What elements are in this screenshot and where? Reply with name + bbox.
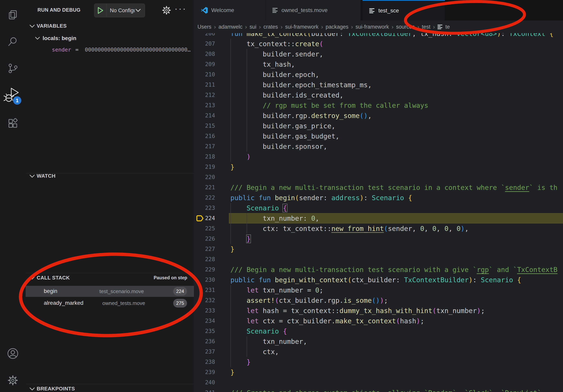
breadcrumb-file[interactable]: te xyxy=(437,24,450,30)
code-line[interactable]: 225 ctx: tx_context::new_from_hint(sende… xyxy=(194,223,563,234)
code-line[interactable]: 236 txn_number, xyxy=(194,336,563,347)
breadcrumb-item[interactable]: crates xyxy=(264,24,278,30)
line-number[interactable]: 220 xyxy=(194,172,215,182)
code-line[interactable]: 215 builder.gas_price, xyxy=(194,121,563,131)
line-number[interactable]: 225 xyxy=(194,223,215,234)
explorer-icon[interactable] xyxy=(0,4,26,26)
watch-section-header[interactable]: WATCH xyxy=(26,172,194,182)
tab-test-scenario[interactable]: test_sce xyxy=(363,0,445,21)
line-number[interactable]: 221 xyxy=(194,182,215,193)
run-and-debug-icon[interactable]: 1 xyxy=(0,85,26,107)
code-line[interactable]: 226 } xyxy=(194,234,563,244)
stack-frame-row[interactable]: begin test_scenario.move 224 xyxy=(26,286,194,297)
variables-section-header[interactable]: VARIABLES xyxy=(26,22,194,32)
account-icon[interactable] xyxy=(0,343,26,364)
code-line[interactable]: 228 xyxy=(194,254,563,264)
code-line[interactable]: 210 builder.epoch, xyxy=(194,69,563,80)
code-line[interactable]: 231 let txn_number = 0; xyxy=(194,285,563,295)
code-line[interactable]: 214 builder.rgp.destroy_some(), xyxy=(194,111,563,121)
line-number[interactable]: 241 xyxy=(194,388,215,392)
code-line[interactable]: 224 txn_number: 0, xyxy=(194,213,563,223)
start-debug-button[interactable] xyxy=(94,4,107,17)
breadcrumb-item[interactable]: adamwelc xyxy=(218,24,243,30)
code-line[interactable]: 241/// Creates and shares system objects… xyxy=(194,388,563,392)
line-number[interactable]: 216 xyxy=(194,131,215,141)
line-number[interactable]: 209 xyxy=(194,59,215,69)
code-line[interactable]: 209 tx_hash, xyxy=(194,59,563,69)
line-number[interactable]: 226 xyxy=(194,234,215,244)
tab-welcome[interactable]: Welcome xyxy=(194,0,266,21)
line-number[interactable]: 230 xyxy=(194,275,215,285)
search-icon[interactable] xyxy=(0,31,26,52)
line-number[interactable]: 217 xyxy=(194,141,215,152)
code-line[interactable]: 237 ctx, xyxy=(194,347,563,357)
code-line[interactable]: 229/// Begin a new multi-transaction tes… xyxy=(194,264,563,275)
debug-settings-gear-icon[interactable] xyxy=(161,4,172,16)
line-number[interactable]: 219 xyxy=(194,162,215,172)
source-control-icon[interactable] xyxy=(0,58,26,79)
breadcrumbs[interactable]: Users›adamwelc›sui›crates›sui-framework›… xyxy=(194,21,563,33)
line-number[interactable]: 215 xyxy=(194,121,215,131)
breadcrumb-item[interactable]: packages xyxy=(326,24,349,30)
call-stack-section-header[interactable]: CALL STACK Paused on step xyxy=(26,274,194,283)
variable-row-sender[interactable]: sender = 0000000000000000000000000000000… xyxy=(26,47,194,57)
code-line[interactable]: 232 assert!(ctx_builder.rgp.is_some()); xyxy=(194,295,563,306)
code-line[interactable]: 212 builder.ids_created, xyxy=(194,90,563,100)
line-number[interactable]: 227 xyxy=(194,244,215,254)
code-line[interactable]: 239} xyxy=(194,367,563,377)
code-line[interactable]: 222public fun begin(sender: address): Sc… xyxy=(194,193,563,203)
line-number[interactable]: 212 xyxy=(194,90,215,100)
code-line[interactable]: 206fun make_tx_context(builder: TxContex… xyxy=(194,33,563,39)
line-number[interactable]: 207 xyxy=(194,39,215,49)
code-line[interactable]: 240 xyxy=(194,377,563,388)
code-line[interactable]: 216 builder.gas_budget, xyxy=(194,131,563,141)
line-number[interactable]: 231 xyxy=(194,285,215,295)
breadcrumb-item[interactable]: test xyxy=(422,24,430,30)
breadcrumb-item[interactable]: Users xyxy=(197,24,211,30)
code-line[interactable]: 227} xyxy=(194,244,563,254)
line-number[interactable]: 237 xyxy=(194,347,215,357)
code-line[interactable]: 213 // rgp must be set from the caller a… xyxy=(194,100,563,111)
line-number[interactable]: 232 xyxy=(194,295,215,306)
tab-owned-tests[interactable]: owned_tests.move xyxy=(266,0,361,21)
line-number[interactable]: 233 xyxy=(194,306,215,316)
breadcrumb-item[interactable]: sui-framework xyxy=(285,24,319,30)
code-line[interactable]: 233 let hash = tx_context::dummy_tx_hash… xyxy=(194,306,563,316)
line-number[interactable]: 208 xyxy=(194,49,215,59)
breadcrumb-item[interactable]: sui-framework xyxy=(356,24,389,30)
code-line[interactable]: 221/// Begin a new multi-transaction tes… xyxy=(194,182,563,193)
settings-gear-icon[interactable] xyxy=(0,369,26,391)
launch-config-picker[interactable]: No Configura xyxy=(94,3,145,17)
line-number[interactable]: 213 xyxy=(194,100,215,111)
code-line[interactable]: 218 ) xyxy=(194,152,563,162)
code-line[interactable]: 217 builder.sponsor, xyxy=(194,141,563,152)
line-number[interactable]: 234 xyxy=(194,316,215,326)
code-line[interactable]: 235 Scenario { xyxy=(194,326,563,336)
breadcrumb-item[interactable]: sources xyxy=(396,24,415,30)
line-number[interactable]: 223 xyxy=(194,203,215,213)
line-number[interactable]: 238 xyxy=(194,357,215,367)
line-number[interactable]: 211 xyxy=(194,80,215,90)
code-line[interactable]: 220 xyxy=(194,172,563,182)
code-editor[interactable]: 206fun make_tx_context(builder: TxContex… xyxy=(194,33,563,392)
line-number[interactable]: 210 xyxy=(194,69,215,80)
line-number[interactable]: 222 xyxy=(194,193,215,203)
code-line[interactable]: 219} xyxy=(194,162,563,172)
code-line[interactable]: 207 tx_context::create( xyxy=(194,39,563,49)
breakpoints-section-header[interactable]: BREAKPOINTS xyxy=(26,385,194,392)
more-actions-icon[interactable]: ··· xyxy=(175,3,187,15)
code-line[interactable]: 234 let ctx = ctx_builder.make_tx_contex… xyxy=(194,316,563,326)
line-number[interactable]: 228 xyxy=(194,254,215,264)
code-line[interactable]: 211 builder.epoch_timestamp_ms, xyxy=(194,80,563,90)
locals-scope-row[interactable]: locals: begin xyxy=(26,35,194,44)
extensions-icon[interactable] xyxy=(0,113,26,135)
line-number[interactable]: 206 xyxy=(194,33,215,39)
line-number[interactable]: 236 xyxy=(194,336,215,347)
line-number[interactable]: 239 xyxy=(194,367,215,377)
line-number[interactable]: 240 xyxy=(194,377,215,388)
line-number[interactable]: 235 xyxy=(194,326,215,336)
code-line[interactable]: 208 builder.sender, xyxy=(194,49,563,59)
code-line[interactable]: 223 Scenario { xyxy=(194,203,563,213)
code-line[interactable]: 238 } xyxy=(194,357,563,367)
line-number[interactable]: 218 xyxy=(194,152,215,162)
